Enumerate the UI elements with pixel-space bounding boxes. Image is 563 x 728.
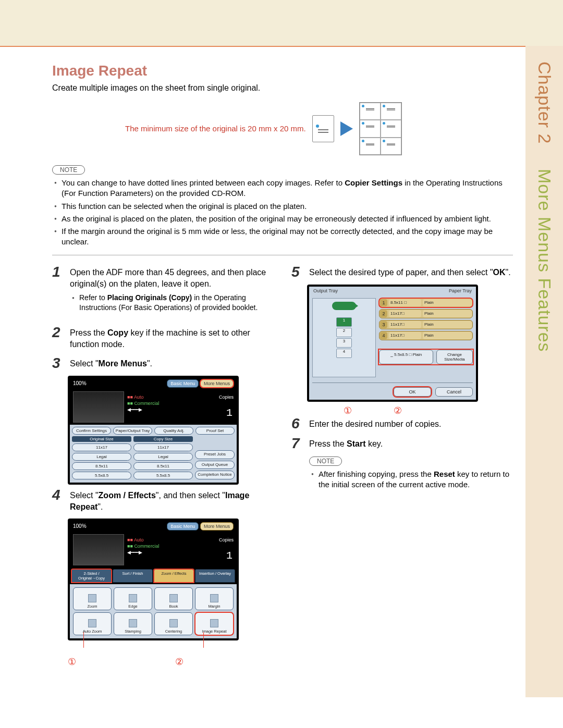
edge-icon — [129, 594, 137, 602]
screenshot-zoom-effects: 100% Basic Menu More Menus ■■ AutoCopies… — [68, 519, 239, 640]
paper-tray-row[interactable]: 3 11x17□ Plain — [379, 320, 473, 329]
cancel-button[interactable]: Cancel — [435, 387, 473, 397]
divider — [312, 382, 473, 383]
more-menus-button[interactable]: More Menus — [200, 522, 234, 530]
divider — [52, 255, 513, 255]
stamping-icon — [129, 619, 137, 627]
image-repeat-icon — [210, 619, 218, 627]
size-button[interactable]: 5.5x8.5 — [72, 472, 131, 479]
output-tray-diagram: 1 2 3 4 — [312, 298, 376, 377]
copies-value: 1 — [226, 407, 232, 419]
copies-value: 1 — [226, 550, 232, 562]
callout-markers: ① ② — [344, 405, 513, 416]
size-button[interactable]: Legal — [72, 453, 131, 461]
arrow-right-icon — [340, 121, 353, 136]
callout-2: ② — [394, 405, 402, 416]
note-item: If the margin around the original is 5 m… — [62, 226, 513, 248]
zoom-button[interactable]: Zoom — [73, 587, 112, 610]
callout-1: ① — [344, 405, 352, 416]
step-number: 3 — [52, 356, 65, 371]
step-6-text: Enter the desired number of copies. — [309, 416, 441, 431]
screenshot-paper-tray: Output Tray Paper Tray 1 2 3 4 — [307, 285, 478, 402]
copy-size-header: Copy Size — [133, 436, 193, 442]
auto-zoom-icon — [88, 619, 96, 627]
tab-insertion[interactable]: Insertion / Overlay — [195, 569, 235, 583]
quality-adj-button[interactable]: Quality Adj. — [154, 427, 193, 435]
step-number: 7 — [291, 436, 304, 451]
zoom-label: 100% — [73, 380, 87, 386]
confirm-settings-button[interactable]: Confirm Settings — [72, 427, 111, 435]
top-banner — [0, 0, 563, 47]
callout-lines — [68, 644, 235, 656]
tray-slot[interactable]: 4 — [336, 349, 352, 358]
tray-slot[interactable]: 2 — [336, 328, 352, 337]
note-item: This function can be selected when the o… — [62, 201, 513, 212]
page-title: Image Repeat — [52, 63, 513, 79]
right-column: 5 Select the desired type of paper, and … — [291, 265, 513, 668]
centering-icon — [169, 619, 178, 627]
more-menus-button[interactable]: More Menus — [200, 379, 234, 388]
paper-tray-row-selected[interactable]: 1 8.5x11 □ Plain — [379, 298, 473, 307]
tray-slot[interactable]: 3 — [336, 338, 352, 348]
tab-zoom-effects[interactable]: Zoom / Effects — [154, 569, 194, 583]
zoom-icon — [88, 594, 96, 602]
step-number: 1 — [52, 265, 65, 320]
note-item: You can change to have dotted lines prin… — [62, 178, 513, 199]
left-column: 1 Open the ADF more than 45 degrees, and… — [52, 265, 274, 668]
step-1-text: Open the ADF more than 45 degrees, and t… — [70, 268, 266, 288]
step-number: 4 — [52, 488, 65, 513]
callout-markers: ① ② — [68, 656, 235, 668]
step-number: 6 — [291, 416, 304, 431]
paper-output-tray-button[interactable]: Paper/Output Tray — [113, 427, 152, 435]
book-icon — [169, 594, 178, 602]
step-number: 5 — [291, 265, 304, 279]
size-button[interactable]: 11x17 — [72, 443, 131, 451]
margin-icon — [210, 594, 218, 602]
centering-button[interactable]: Centering — [154, 612, 193, 635]
diagram-row: The minimum size of the original is 20 m… — [125, 102, 513, 155]
note-pill: NOTE — [52, 165, 85, 175]
screenshot-more-menus: 100% Basic Menu More Menus ■■ AutoCopies… — [68, 376, 239, 485]
proof-set-button[interactable]: Proof Set — [195, 427, 235, 435]
book-button[interactable]: Book — [154, 587, 193, 610]
auto-zoom-button[interactable]: Auto Zoom — [73, 612, 112, 635]
size-button[interactable]: 11x17 — [133, 443, 193, 451]
size-button[interactable]: Legal — [133, 453, 193, 461]
image-repeat-button[interactable]: Image Repeat — [195, 612, 234, 635]
tray-slot-selected[interactable]: 1 — [336, 317, 352, 327]
step-1-subnote: Refer to Placing Originals (Copy) in the… — [70, 293, 274, 313]
multi-sheet-icon — [359, 102, 402, 155]
note-pill: NOTE — [309, 456, 342, 466]
callout-2: ② — [175, 656, 183, 668]
paper-tray-label: Paper Tray — [449, 288, 472, 293]
completion-notice-button[interactable]: Completion Notice — [195, 471, 235, 479]
preset-jobs-button[interactable]: Preset Jobs — [195, 450, 235, 459]
note-item: As the original is placed on the platen,… — [62, 214, 513, 224]
paper-tray-row[interactable]: 4 11x17□ Plain — [379, 331, 473, 340]
basic-menu-button[interactable]: Basic Menu — [167, 522, 199, 530]
callout-1: ① — [68, 656, 76, 668]
intro-text: Create multiple images on the sheet from… — [52, 83, 513, 93]
tab-2sided[interactable]: 2-Sided / Original→Copy — [71, 569, 112, 583]
size-button[interactable]: 8.5x11 — [72, 462, 131, 470]
edge-button[interactable]: Edge — [114, 587, 152, 610]
margin-button[interactable]: Margin — [195, 587, 234, 610]
tab-sort-finish[interactable]: Sort / Finish — [113, 569, 153, 583]
ok-button[interactable]: OK — [394, 387, 431, 397]
stamping-button[interactable]: Stamping — [114, 612, 152, 635]
exit-tray-icon — [332, 302, 356, 310]
min-size-note: The minimum size of the original is 20 m… — [125, 124, 306, 134]
step-7-note: After finishing copying, press the Reset… — [309, 469, 513, 490]
size-button[interactable]: 8.5x11 — [133, 462, 193, 470]
step-number: 2 — [52, 325, 65, 351]
change-size-media-button[interactable]: Change Size/Media — [436, 350, 473, 364]
basic-menu-button[interactable]: Basic Menu — [167, 379, 199, 388]
size-button[interactable]: 5.5x8.5 — [133, 472, 193, 479]
original-size-header: Original Size — [72, 436, 131, 442]
zoom-label: 100% — [73, 523, 87, 529]
copier-preview-icon — [73, 534, 124, 565]
paper-tray-row[interactable]: 2 11x17□ Plain — [379, 309, 473, 318]
note-list: You can change to have dotted lines prin… — [52, 178, 513, 248]
output-queue-button[interactable]: Output Queue — [195, 461, 235, 470]
bypass-tray-button[interactable]: ⎯ 5.5x8.5 □ Plain — [379, 350, 433, 364]
